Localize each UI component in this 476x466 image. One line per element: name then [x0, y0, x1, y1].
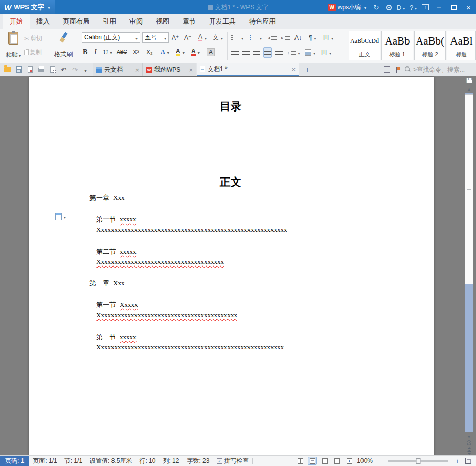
borders-button[interactable]: 田	[321, 47, 331, 58]
column-indicator[interactable]: 列: 12	[159, 457, 183, 465]
previous-page-button[interactable]	[465, 447, 473, 452]
distribute-button[interactable]	[275, 47, 283, 58]
settings-button[interactable]	[382, 0, 395, 14]
tab-section[interactable]: 章节	[176, 14, 202, 29]
font-name-select[interactable]: Calibri (正文)	[82, 32, 140, 43]
clear-format-button[interactable]: A	[198, 32, 207, 43]
web-layout-button[interactable]	[345, 457, 354, 465]
doc-tab-document1[interactable]: 文档1 * ×	[197, 63, 299, 76]
style-heading3[interactable]: AaBl 标题	[447, 31, 476, 60]
undo-history-button[interactable]	[80, 63, 90, 76]
feedback-button[interactable]: ↑	[419, 0, 432, 14]
tab-close-icon[interactable]: ×	[291, 65, 296, 73]
print-button[interactable]	[36, 63, 47, 76]
scroll-down-button[interactable]: ▼	[465, 433, 473, 441]
fit-page-button[interactable]	[464, 457, 473, 465]
help-button[interactable]: ?	[407, 0, 419, 14]
style-normal[interactable]: AaBbCcDd 正文	[349, 31, 380, 60]
page-number-indicator[interactable]: 页码: 1	[0, 456, 29, 466]
italic-button[interactable]: I	[94, 47, 97, 57]
copy-button[interactable]: 复制	[24, 47, 42, 58]
doc-tab-mywps[interactable]: W 我的WPS ×	[143, 63, 196, 76]
bullets-button[interactable]	[231, 32, 243, 43]
minimize-button[interactable]: −	[432, 0, 446, 14]
fullscreen-view-button[interactable]	[320, 457, 329, 465]
shrink-font-button[interactable]: A⁻	[184, 32, 191, 43]
show-marks-button[interactable]: ¶	[309, 32, 316, 43]
app-menu-button[interactable]: W WPS 文字	[0, 0, 55, 14]
scroll-up-button[interactable]: ▲	[465, 85, 473, 93]
insert-options-floating-button[interactable]	[55, 213, 66, 220]
undo-button[interactable]: ↶	[58, 63, 69, 76]
increase-indent-button[interactable]: ▸	[281, 32, 290, 43]
vertical-scrollbar[interactable]: ▲ ▼	[465, 76, 473, 455]
numbering-button[interactable]	[250, 32, 262, 43]
close-button[interactable]: ×	[461, 0, 476, 14]
select-browse-object-button[interactable]	[465, 440, 473, 445]
text-effect-button[interactable]: A	[161, 47, 169, 57]
style-heading1[interactable]: AaBb 标题 1	[381, 31, 413, 60]
new-tab-button[interactable]: +	[302, 63, 313, 76]
doc-tab-cloud[interactable]: 云文档 ×	[93, 63, 143, 76]
format-painter-button[interactable]: 格式刷	[51, 31, 76, 60]
document-page[interactable]: 目录 正文 第一章Xxx 第一节xxxxx Xxxxxxxxxxxxxxxxxx…	[29, 77, 434, 455]
char-shading-button[interactable]: A	[207, 47, 215, 57]
tab-close-icon[interactable]: ×	[189, 66, 193, 74]
grow-font-button[interactable]: A⁺	[172, 32, 179, 43]
align-right-button[interactable]	[253, 47, 260, 58]
line-spacing-button[interactable]: ↕	[287, 47, 300, 58]
underline-button[interactable]: U	[103, 47, 112, 57]
tab-view[interactable]: 视图	[149, 14, 176, 29]
zoom-level-label[interactable]: 100%	[357, 457, 373, 464]
pinyin-tool-button[interactable]: 文	[213, 32, 223, 43]
align-left-button[interactable]	[231, 47, 239, 58]
tab-home[interactable]: 开始	[3, 14, 30, 29]
zoom-in-button[interactable]: +	[454, 457, 461, 465]
redo-button[interactable]: ↷	[70, 63, 80, 76]
tab-review[interactable]: 审阅	[123, 14, 149, 29]
line-indicator[interactable]: 行: 10	[135, 457, 159, 465]
save-button[interactable]	[13, 63, 24, 76]
ruler-toggle-button[interactable]	[465, 77, 473, 84]
table-grid-button[interactable]: 田	[323, 32, 333, 43]
export-pdf-button[interactable]	[25, 63, 35, 76]
tab-page-layout[interactable]: 页面布局	[56, 14, 96, 29]
command-search[interactable]: >查找命令、搜索...	[405, 63, 465, 76]
tab-insert[interactable]: 插入	[30, 14, 56, 29]
decrease-indent-button[interactable]: ◂	[268, 32, 277, 43]
account-button[interactable]: W wps小编	[324, 0, 370, 14]
zoom-out-button[interactable]: −	[376, 457, 383, 465]
highlight-color-button[interactable]: A	[176, 47, 185, 57]
docer-button[interactable]: D	[395, 0, 407, 14]
paste-button[interactable]: 粘贴	[4, 31, 22, 60]
font-color-button[interactable]: A	[191, 47, 200, 57]
scrollbar-thumb[interactable]	[465, 94, 473, 284]
section-indicator[interactable]: 节: 1/1	[61, 457, 86, 465]
setting-indicator[interactable]: 设置值: 8.5厘米	[86, 457, 135, 465]
shading-button[interactable]	[305, 47, 315, 58]
spell-check-button[interactable]: ✓ 拼写检查	[213, 457, 252, 465]
bold-button[interactable]: B	[83, 47, 87, 57]
tab-special-features[interactable]: 特色应用	[242, 14, 282, 29]
sync-button[interactable]: ↻	[370, 0, 382, 14]
subscript-button[interactable]: X₂	[146, 47, 153, 57]
page-view-button[interactable]	[308, 457, 317, 465]
sort-button[interactable]: A↓	[294, 32, 302, 43]
maximize-button[interactable]	[446, 0, 461, 14]
print-preview-button[interactable]	[47, 63, 58, 76]
split-view-button[interactable]	[381, 63, 392, 76]
word-count-indicator[interactable]: 字数: 23	[183, 457, 213, 465]
zoom-slider-handle[interactable]	[416, 458, 421, 464]
strikethrough-button[interactable]: ABC	[117, 47, 127, 57]
tab-references[interactable]: 引用	[96, 14, 123, 29]
open-file-button[interactable]	[2, 63, 13, 76]
document-area[interactable]: 目录 正文 第一章Xxx 第一节xxxxx Xxxxxxxxxxxxxxxxxx…	[0, 76, 476, 455]
page-count-indicator[interactable]: 页面: 1/1	[29, 457, 60, 465]
tab-developer[interactable]: 开发工具	[202, 14, 242, 29]
font-size-select[interactable]: 五号	[142, 32, 169, 43]
superscript-button[interactable]: X²	[133, 47, 139, 57]
cut-button[interactable]: ✂剪切	[24, 33, 42, 44]
read-layout-button[interactable]	[332, 457, 342, 465]
zoom-slider[interactable]	[388, 460, 448, 462]
justify-button[interactable]	[263, 47, 272, 58]
